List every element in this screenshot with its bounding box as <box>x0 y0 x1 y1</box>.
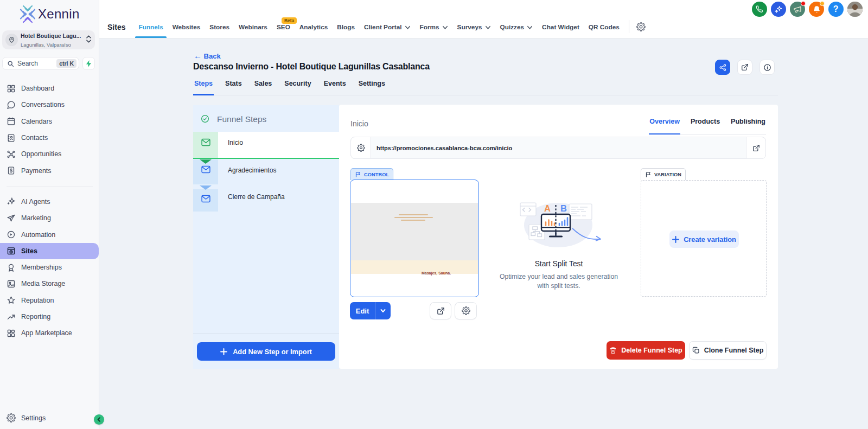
svg-text:B: B <box>560 203 567 213</box>
svg-text:A: A <box>544 203 551 213</box>
